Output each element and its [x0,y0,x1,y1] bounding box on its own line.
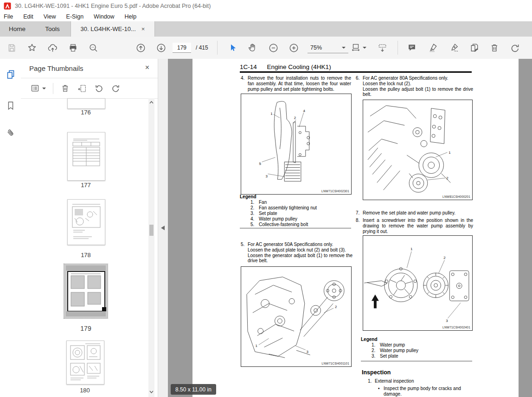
water-pump-diagram: 1 2 3 [363,236,471,329]
hand-tool-button[interactable] [245,40,261,56]
rotate-left-button[interactable] [94,83,104,93]
svg-text:1: 1 [270,112,273,116]
page-thumbnails-rail-button[interactable] [4,68,18,82]
tab-bar: Home Tools 30. LG4HK-WE-10... × [0,21,532,37]
highlighter-icon [428,43,438,53]
next-page-button[interactable] [153,40,169,56]
scroll-up-icon[interactable] [149,100,154,105]
bookmarks-rail-button[interactable] [4,99,18,113]
legend-item: 3.Set plate [240,211,351,216]
select-arrow-icon [228,43,237,53]
menu-help[interactable]: Help [120,13,142,20]
rotate-counterclockwise-icon [94,83,104,93]
tab-document[interactable]: 30. LG4HK-WE-10... × [71,21,155,37]
title-bar: 30. LG4HK-WE-1091 - 4HK1 Engine Euro 5.p… [0,0,532,12]
thumbnail-label-177[interactable]: 177 [67,182,104,189]
thumbnail-label-176[interactable]: 176 [67,109,104,116]
figure-code: LNW71CSH002301 [321,189,349,193]
panel-splitter[interactable] [158,59,168,397]
legend-item: 1.Fan [240,200,351,205]
printer-icon [68,43,78,53]
chevron-down-icon [342,47,346,49]
figure-generator-50a: 1 2 3 LNW71CSH001101 [241,266,352,367]
menu-bar: File Edit View E-Sign Window Help [0,12,532,21]
scroll-down-icon[interactable] [149,389,154,394]
thumbnail-label-180[interactable]: 180 [66,387,103,394]
tab-home[interactable]: Home [0,21,34,37]
thumbnail-label-179[interactable]: 179 [67,325,104,332]
organize-pages-button[interactable] [466,40,482,56]
legend-1: Legend 1.Fan 2.Fan assembly tightening n… [240,194,351,227]
svg-text:2: 2 [335,305,337,309]
sign-button[interactable] [446,40,461,56]
zoom-out-button[interactable] [265,40,281,56]
previous-page-button[interactable] [133,40,148,56]
thumbnail-page-179-selected[interactable] [64,264,108,318]
chevron-down-icon [42,88,46,89]
svg-text:1: 1 [410,247,413,251]
pen-nib-icon [449,43,459,53]
search-icon [88,43,99,53]
view-box-resize-handle[interactable] [102,307,106,311]
thumbnail-preview [67,341,104,384]
thumbnail-view-rectangle[interactable] [67,271,105,312]
page-size-badge: 8.50 x 11.00 in [171,384,216,395]
hand-icon [248,43,258,53]
document-viewport[interactable]: 1C-14 Engine Cooling (4HK1) 4. Remove th… [168,59,532,397]
comment-button[interactable] [404,40,420,56]
print-button[interactable] [65,40,81,56]
delete-page-button[interactable] [60,83,70,93]
page-number-input[interactable] [173,43,191,53]
menu-edit[interactable]: Edit [18,13,38,20]
tab-close-icon[interactable]: × [141,26,145,32]
zoom-level-dropdown[interactable]: 75% [308,43,348,53]
column-rule [240,228,351,228]
rotate-right-button[interactable] [111,83,121,93]
inspection-bullet: • Inspect the pump body for cracks and d… [362,386,478,397]
scrolling-page-icon [377,43,388,53]
legend-item: 2.Fan assembly tightening nut [240,205,351,211]
thumbnail-label-178[interactable]: 178 [67,252,104,258]
thumbnail-page-177[interactable] [67,132,105,181]
svg-text:3: 3 [307,350,309,354]
search-button[interactable] [85,40,101,56]
share-button[interactable] [45,40,60,56]
select-tool-button[interactable] [224,40,240,56]
menu-esign[interactable]: E-Sign [61,13,89,20]
save-button[interactable] [4,40,19,56]
menu-file[interactable]: File [0,13,18,20]
figure-fan-assembly: 1 2 3 4 5 LNW71CSH002301 [241,94,352,195]
rotate-page-button[interactable] [507,40,523,56]
thumbnail-page-178[interactable] [67,199,105,245]
insert-page-button[interactable] [77,83,87,94]
toolbar-separator [397,41,398,55]
rotate-clockwise-icon [510,43,520,53]
panel-close-icon[interactable]: × [145,63,149,72]
page-number-field[interactable] [173,43,191,53]
thumbnail-options-button[interactable] [30,83,46,93]
collapse-panel-icon[interactable] [161,226,165,230]
tab-tools[interactable]: Tools [34,21,71,37]
attachments-rail-button[interactable] [4,126,18,140]
thumbnail-page-180[interactable] [66,340,104,384]
step-4: 4. Remove the four installation nuts to … [240,76,351,92]
fit-width-button[interactable] [348,40,368,56]
legend-item: 3.Set plate [361,353,472,359]
figure-code: LNW71CSH001101 [322,362,349,365]
menu-view[interactable]: View [38,13,61,20]
zoom-level-value: 75% [310,44,322,51]
thumbnails-scrollbar[interactable] [148,98,154,397]
thumbnail-page-176[interactable] [67,98,105,109]
highlight-button[interactable] [425,40,441,56]
page-up-icon [135,43,146,53]
delete-pages-button[interactable] [487,40,502,56]
inspection-list: 1. External inspection • Inspect the pum… [362,378,478,397]
thumbnail-preview [68,132,105,180]
svg-text:2: 2 [446,176,448,180]
zoom-in-button[interactable] [286,40,301,56]
scrollbar-thumb[interactable] [149,225,154,236]
menu-window[interactable]: Window [89,13,119,20]
page-display-button[interactable] [374,40,390,56]
section-code: 1C-14 [240,63,257,70]
favorites-button[interactable] [24,40,40,56]
